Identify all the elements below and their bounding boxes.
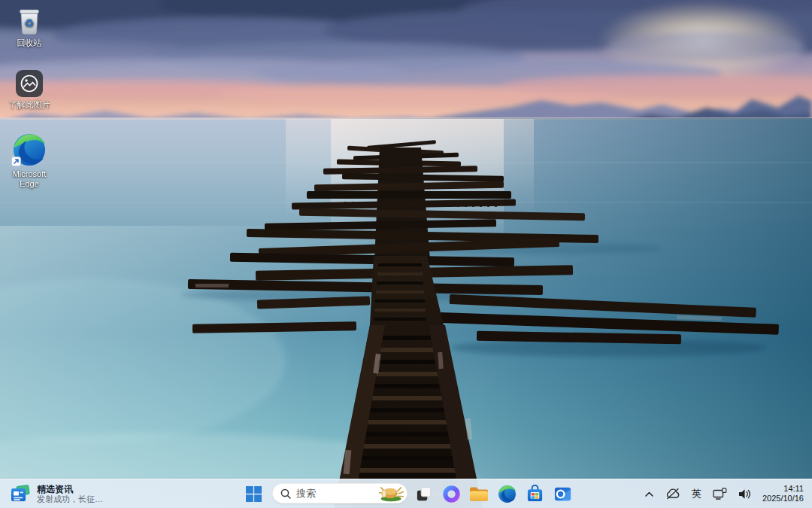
desktop-icon-microsoft-edge[interactable]: Microsoft Edge (2, 132, 57, 189)
widgets-news-icon (11, 485, 31, 503)
desktop-icon-label: Microsoft Edge (5, 169, 53, 189)
copilot-icon (442, 485, 461, 503)
start-button[interactable] (241, 481, 266, 506)
wallpaper (0, 0, 812, 508)
microsoft-store-button[interactable] (522, 481, 547, 506)
microsoft-store-icon (526, 485, 544, 503)
widgets-headline-title: 精选资讯 (37, 484, 103, 494)
search-box[interactable]: 搜索 (272, 483, 408, 503)
speaker-volume-icon (738, 488, 752, 500)
file-explorer-button[interactable] (466, 481, 492, 506)
recycle-bin-icon: ♻ (14, 5, 44, 36)
desktop-icon-label: 回收站 (17, 38, 42, 48)
shortcut-arrow-overlay (11, 157, 21, 166)
search-placeholder: 搜索 (296, 487, 377, 500)
desktop-icon-recycle-bin[interactable]: ♻ 回收站 (2, 5, 57, 48)
tray-time: 14:11 (762, 484, 804, 494)
chevron-up-icon (644, 491, 654, 497)
desktop-icon-learn-about-picture[interactable]: 了解此图片 (2, 69, 57, 110)
clock[interactable]: 14:11 2025/10/16 (761, 482, 805, 505)
ethernet-network-icon (713, 488, 727, 500)
ime-language-indicator[interactable]: 英 (689, 485, 704, 502)
windows-logo-icon (246, 486, 262, 502)
photo-info-icon (15, 69, 44, 98)
onedrive-status-button[interactable] (662, 486, 683, 501)
search-icon (280, 488, 291, 499)
network-button[interactable] (710, 486, 730, 501)
copilot-button[interactable] (438, 481, 464, 506)
tray-date: 2025/10/16 (762, 494, 804, 503)
outlook-icon (553, 485, 572, 503)
svg-text:♻: ♻ (24, 17, 34, 30)
task-view-button[interactable] (411, 481, 436, 506)
edge-shortcut-icon (12, 132, 47, 167)
onedrive-cloud-off-icon (665, 488, 680, 500)
widgets-button[interactable]: 精选资讯 发射成功，长征… (3, 479, 111, 508)
file-explorer-icon (469, 485, 489, 502)
show-hidden-icons-button[interactable] (641, 489, 657, 499)
edge-icon (498, 485, 517, 503)
search-highlight-bread-icon[interactable] (377, 485, 404, 502)
taskbar: 精选资讯 发射成功，长征… 搜索 (0, 479, 812, 508)
outlook-button[interactable] (550, 481, 575, 506)
desktop-icon-label: 了解此图片 (9, 100, 50, 110)
task-view-icon (415, 485, 432, 503)
edge-browser-button[interactable] (494, 481, 520, 506)
volume-button[interactable] (735, 487, 755, 501)
system-tray: 英 14:11 2025/10/16 (636, 479, 812, 508)
widgets-headline-subtitle: 发射成功，长征… (37, 494, 103, 504)
